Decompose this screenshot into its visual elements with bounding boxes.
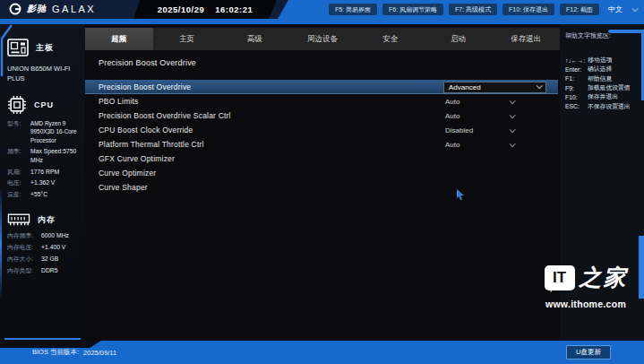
setting-row-curve-shaper[interactable]: Curve Shaper (85, 180, 558, 195)
tab-advanced[interactable]: 高级 (220, 28, 288, 50)
fkey-f5-easy-mode[interactable]: F5: 简易界面 (329, 4, 377, 15)
setting-row-scalar-ctrl[interactable]: Precision Boost Overdrive Scalar Ctrl Au… (85, 108, 558, 123)
spec-value: Max Speed:5750 MHz (30, 147, 82, 165)
setting-label: Precision Boost Overdrive (99, 82, 191, 91)
cpu-icon (7, 95, 27, 115)
spec-key: 电压: (7, 178, 30, 187)
spec-key: 频率: (7, 147, 30, 165)
mouse-cursor (456, 189, 465, 201)
galax-logo-icon (9, 3, 21, 15)
memory-spec-row: 内存电压: +1.400 V (7, 243, 82, 252)
brand-english: GALAX (52, 4, 96, 14)
ithome-url: www.ithome.com (527, 299, 644, 309)
setting-label: Curve Shaper (99, 183, 148, 192)
chevron-down-icon (537, 82, 543, 89)
tab-home[interactable]: 主页 (153, 28, 221, 50)
setting-value: Advanced (449, 83, 481, 91)
setting-value: Auto (445, 141, 459, 149)
bios-screen: 影驰 GALAX 2025/10/29 16:02:21 F5: 简易界面 F6… (0, 0, 644, 364)
tab-security[interactable]: 安全 (356, 28, 425, 50)
fkey-f12-screenshot[interactable]: F12: 截图 (560, 4, 599, 15)
ithome-logo-chinese: 之家 (580, 265, 628, 290)
hint-value: 确认选择 (588, 65, 612, 74)
setting-row-curve-optimizer[interactable]: Curve Optimizer (85, 166, 558, 180)
spec-value: +55°C (30, 190, 47, 199)
spec-key: 内存电压: (7, 243, 41, 252)
setting-row-thermal-throttle[interactable]: Platform Thermal Throttle Ctrl Auto (85, 137, 558, 152)
board-section-header: 主板 (7, 39, 82, 56)
cpu-spec-row: 风扇: 1776 RPM (7, 168, 82, 177)
hint-value: 不保存设置退出 (588, 102, 631, 111)
spec-value: 1776 RPM (30, 168, 59, 177)
help-panel-accent-top (608, 30, 644, 33)
cpu-spec-list: 型号: AMD Ryzen 9 9950X3D 16-Core Processo… (7, 119, 82, 199)
spec-value: +1.400 V (41, 243, 65, 252)
spec-key: 内存类型: (7, 266, 41, 275)
memory-spec-list: 内存频率: 6000 MHz 内存电压: +1.400 V 内存大小: 32 G… (7, 231, 82, 274)
setting-row-pbo[interactable]: Precision Boost Overdrive Advanced (85, 80, 558, 94)
setting-label: Platform Thermal Throttle Ctrl (99, 140, 204, 149)
sidebar-edge-glow (0, 186, 2, 302)
cpu-section-label: CPU (34, 100, 54, 109)
spec-key: 内存频率: (7, 231, 41, 240)
motherboard-icon (7, 39, 29, 56)
time-text: 16:02:21 (215, 4, 253, 14)
menu-tab-bar: 超频 主页 高级 周边设备 安全 启动 保存退出 (85, 28, 560, 50)
ram-icon (7, 212, 30, 227)
app-logo: 影驰 GALAX (9, 3, 96, 15)
chevron-down-icon[interactable] (632, 5, 639, 12)
spec-key: 型号: (7, 119, 30, 144)
bios-version-label: BIOS 当前版本: (32, 348, 79, 357)
setting-row-boost-clock-override[interactable]: CPU Boost Clock Override Disabled (85, 123, 558, 137)
section-title: Precision Boost Overdrive (99, 58, 196, 67)
fkey-f6-fan-control[interactable]: F6: 风扇调节策略 (382, 4, 443, 15)
hint-key: F9: (565, 85, 585, 91)
setting-value: Auto (445, 98, 459, 106)
setting-value: Disabled (445, 126, 473, 134)
fkey-f10-save-exit[interactable]: F10: 保存退出 (502, 4, 554, 15)
spec-value: DDR5 (41, 266, 58, 275)
cpu-spec-row: 电压: +1.362 V (7, 178, 82, 187)
bottom-bar: BIOS 当前版本: 2025/09/11 U盘更新 (0, 341, 644, 364)
tab-save-exit[interactable]: 保存退出 (492, 28, 560, 50)
dropdown-pbo[interactable]: Advanced (443, 82, 546, 93)
setting-label: GFX Curve Optimizer (99, 154, 175, 163)
bios-version: BIOS 当前版本: 2025/09/11 (32, 341, 116, 364)
tab-boot[interactable]: 启动 (425, 28, 493, 50)
chevron-down-icon (510, 126, 516, 133)
hint-value: 移动选项 (588, 56, 612, 65)
help-hint-row: Enter: 确认选择 (565, 65, 642, 74)
tab-overclock[interactable]: 超频 (85, 28, 153, 50)
memory-spec-row: 内存类型: DDR5 (7, 266, 82, 275)
setting-label: Precision Boost Overdrive Scalar Ctrl (99, 111, 231, 120)
setting-label: PBO Limits (99, 97, 139, 106)
fkey-f7-advanced-mode[interactable]: F7: 高级模式 (449, 4, 497, 15)
help-title: 帮助文字预览区: (565, 31, 611, 40)
help-hint-row: ↑↓←→: 移动选项 (565, 56, 642, 65)
help-hint-row: F1: 帮助信息 (565, 74, 642, 83)
language-selector[interactable]: 中文 (608, 4, 623, 14)
hint-value: 帮助信息 (588, 74, 612, 83)
hint-key: ESC: (565, 103, 585, 109)
spec-value: +1.362 V (30, 178, 55, 187)
hint-key: Enter: (565, 66, 585, 73)
bios-version-value: 2025/09/11 (83, 349, 116, 357)
tab-peripherals[interactable]: 周边设备 (288, 28, 356, 50)
hint-value: 保存并退出 (588, 92, 618, 101)
memory-spec-row: 内存大小: 32 GB (7, 255, 82, 264)
hint-key: ↑↓←→: (565, 57, 585, 64)
spec-key: 温度: (7, 190, 30, 199)
hint-value: 加载最优设置值 (588, 83, 631, 92)
settings-panel: 超频 主页 高级 周边设备 安全 启动 保存退出 Precision Boost… (85, 24, 560, 341)
usb-update-button[interactable]: U盘更新 (566, 345, 611, 360)
cpu-spec-row: 频率: Max Speed:5750 MHz (7, 147, 82, 165)
function-key-bar: F5: 简易界面 F6: 风扇调节策略 F7: 高级模式 F10: 保存退出 F… (329, 0, 637, 19)
setting-row-pbo-limits[interactable]: PBO Limits Auto (85, 94, 558, 108)
hardware-sidebar: 主板 UNION B650M WI-FI PLUS CPU 型号: AMD Ry… (0, 24, 85, 341)
spec-value: AMD Ryzen 9 9950X3D 16-Core Processor (30, 119, 82, 144)
cpu-section-header: CPU (7, 95, 82, 115)
setting-value: Auto (445, 112, 459, 120)
setting-row-gfx-curve-optimizer[interactable]: GFX Curve Optimizer (85, 152, 558, 166)
datetime-badge: 2025/10/29 16:02:21 (133, 0, 277, 19)
ithome-logo-icon: IT (545, 265, 575, 290)
